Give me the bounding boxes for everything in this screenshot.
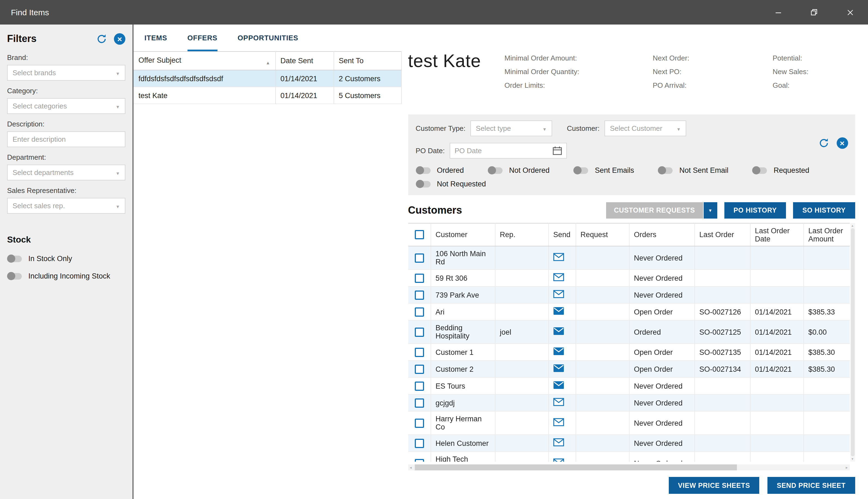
restore-button[interactable] — [796, 0, 832, 25]
row-checkbox[interactable] — [415, 398, 424, 407]
customer-select[interactable]: Select Customer — [604, 120, 686, 136]
offer-sent-to-link[interactable]: 5 Customers — [333, 87, 401, 104]
so-number-link[interactable]: SO-0027125 — [695, 320, 750, 344]
customer-row[interactable]: 106 North Main Rd Never Ordered — [408, 246, 849, 269]
customer-row[interactable]: Helen Customer Never Ordered — [408, 435, 849, 452]
tab-offers[interactable]: OFFERS — [187, 25, 217, 51]
row-checkbox[interactable] — [415, 348, 424, 357]
po-history-button[interactable]: PO HISTORY — [724, 202, 786, 219]
refresh-customers-icon[interactable] — [818, 138, 829, 148]
so-number-link[interactable]: SO-0027135 — [695, 344, 750, 361]
so-history-button[interactable]: SO HISTORY — [793, 202, 855, 219]
send-email-icon[interactable] — [553, 253, 564, 261]
open-order-link[interactable]: Open Order — [629, 344, 695, 361]
send-email-icon[interactable] — [553, 459, 564, 462]
incoming-stock-toggle[interactable] — [7, 273, 22, 279]
send-email-icon[interactable] — [553, 290, 564, 298]
in-stock-toggle[interactable] — [7, 255, 22, 262]
offer-row[interactable]: fdfdsfdsfsdfsdfsdfsdfsdsdf 01/14/2021 2 … — [134, 70, 401, 87]
sales-rep-select[interactable]: Select sales rep. — [7, 198, 125, 214]
vertical-scroll-thumb[interactable] — [851, 228, 854, 456]
so-number-link[interactable]: SO-0027126 — [695, 303, 750, 320]
column-header-last-order[interactable]: Last Order — [695, 223, 750, 246]
not-ordered-toggle[interactable] — [488, 167, 503, 174]
row-checkbox[interactable] — [415, 364, 424, 374]
clear-customer-filters-icon[interactable] — [836, 137, 848, 149]
row-checkbox[interactable] — [415, 418, 424, 428]
customer-requests-button[interactable]: CUSTOMER REQUESTS — [606, 202, 703, 219]
close-filters-icon[interactable] — [114, 33, 125, 45]
po-date-input[interactable] — [455, 147, 553, 155]
column-header-send[interactable]: Send — [549, 223, 576, 246]
row-checkbox[interactable] — [415, 381, 424, 391]
sent-emails-toggle[interactable] — [574, 167, 588, 174]
customer-row[interactable]: ES Tours Never Ordered — [408, 377, 849, 394]
send-price-sheet-button[interactable]: SEND PRICE SHEET — [768, 477, 855, 494]
not-sent-email-toggle[interactable] — [658, 167, 673, 174]
customer-row[interactable]: Customer 1 Open Order SO-0027135 01/14/2… — [408, 344, 849, 361]
scroll-down-arrow[interactable] — [851, 457, 854, 461]
scroll-right-arrow[interactable] — [844, 466, 849, 469]
row-checkbox[interactable] — [415, 459, 424, 462]
send-email-icon[interactable] — [553, 327, 564, 335]
customer-row[interactable]: 739 Park Ave Never Ordered — [408, 287, 849, 303]
column-header-offer-subject[interactable]: Offer Subject — [134, 51, 275, 70]
customer-row[interactable]: Harry Herman Co Never Ordered — [408, 411, 849, 435]
column-header-date-sent[interactable]: Date Sent — [275, 51, 333, 70]
brand-select[interactable]: Select brands — [7, 65, 125, 81]
request-cell — [576, 411, 629, 435]
select-all-checkbox[interactable] — [415, 230, 424, 239]
row-checkbox[interactable] — [415, 290, 424, 300]
scroll-left-arrow[interactable] — [408, 466, 413, 469]
send-email-icon[interactable] — [553, 273, 564, 281]
column-header-rep[interactable]: Rep. — [495, 223, 549, 246]
column-header-last-order-date[interactable]: Last Order Date — [750, 223, 804, 246]
send-email-icon[interactable] — [553, 307, 564, 315]
offer-row[interactable]: test Kate 01/14/2021 5 Customers — [134, 87, 401, 104]
ordered-toggle[interactable] — [416, 167, 430, 174]
offer-sent-to-link[interactable]: 2 Customers — [333, 70, 401, 87]
customer-type-select[interactable]: Select type — [470, 120, 552, 136]
category-select[interactable]: Select categories — [7, 98, 125, 114]
view-price-sheets-button[interactable]: VIEW PRICE SHEETS — [669, 477, 759, 494]
column-header-last-order-amount[interactable]: Last Order Amount — [804, 223, 849, 246]
send-email-icon[interactable] — [553, 418, 564, 426]
customer-requests-dropdown-button[interactable] — [704, 202, 717, 219]
row-checkbox[interactable] — [415, 253, 424, 263]
refresh-filters-icon[interactable] — [97, 34, 107, 44]
row-checkbox[interactable] — [415, 307, 424, 316]
row-checkbox[interactable] — [415, 327, 424, 337]
column-header-sent-to[interactable]: Sent To — [333, 51, 401, 70]
horizontal-scroll-thumb[interactable] — [415, 464, 737, 471]
column-header-request[interactable]: Request — [576, 223, 629, 246]
so-number-link[interactable]: SO-0027134 — [695, 361, 750, 377]
open-order-link[interactable]: Open Order — [629, 303, 695, 320]
customer-row[interactable]: Customer 2 Open Order SO-0027134 01/14/2… — [408, 361, 849, 377]
send-email-icon[interactable] — [553, 438, 564, 447]
tab-items[interactable]: ITEMS — [145, 25, 167, 51]
customer-row[interactable]: Bedding Hospitality joel Ordered SO-0027… — [408, 320, 849, 344]
customer-row[interactable]: Ari Open Order SO-0027126 01/14/2021 $38… — [408, 303, 849, 320]
description-input[interactable] — [7, 131, 125, 147]
row-checkbox[interactable] — [415, 438, 424, 448]
send-email-icon[interactable] — [553, 364, 564, 372]
tab-opportunities[interactable]: OPPORTUNITIES — [237, 25, 298, 51]
customer-row[interactable]: gcjgdj Never Ordered — [408, 394, 849, 411]
send-email-icon[interactable] — [553, 347, 564, 355]
calendar-icon[interactable] — [553, 146, 562, 155]
row-checkbox[interactable] — [415, 273, 424, 283]
send-email-icon[interactable] — [553, 381, 564, 389]
department-select[interactable]: Select departments — [7, 165, 125, 180]
scroll-up-arrow[interactable] — [851, 224, 854, 227]
minimize-button[interactable] — [760, 0, 796, 25]
requested-toggle[interactable] — [753, 167, 767, 174]
customer-requests-split-button: CUSTOMER REQUESTS — [606, 202, 717, 219]
customer-row[interactable]: High Tech Display Never Ordered — [408, 452, 849, 462]
customer-row[interactable]: 59 Rt 306 Never Ordered — [408, 269, 849, 287]
column-header-customer[interactable]: Customer — [431, 223, 495, 246]
send-email-icon[interactable] — [553, 398, 564, 406]
close-window-button[interactable] — [832, 0, 868, 25]
column-header-orders[interactable]: Orders — [629, 223, 695, 246]
open-order-link[interactable]: Open Order — [629, 361, 695, 377]
not-requested-toggle[interactable] — [416, 181, 430, 187]
